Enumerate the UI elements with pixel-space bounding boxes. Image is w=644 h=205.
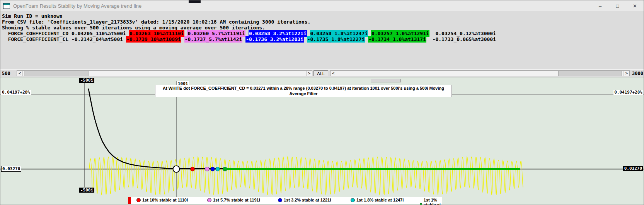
legend-dot-icon bbox=[420, 203, 422, 205]
left-scrollbar[interactable]: < > bbox=[17, 70, 312, 76]
legend-label: 1st 1.8% stable at 1247i bbox=[356, 198, 404, 202]
app-window: OpenFoam Results Stability by Moving Ave… bbox=[0, 0, 644, 205]
right-scrollbar-right-arrow-icon[interactable]: > bbox=[624, 71, 629, 76]
all-button[interactable]: ALL bbox=[313, 70, 328, 76]
upper-bound-right-label: 0.04197+28% bbox=[613, 90, 643, 95]
coefficient-initial-value: FORCE_COEFFICIENT_CD 0.04205_110%at500i bbox=[2, 31, 129, 36]
stability-description-line: Showing % stable values over 500 iterati… bbox=[2, 25, 642, 31]
background-window-fragment bbox=[189, 0, 201, 3]
window-controls: – □ ✕ bbox=[591, 0, 644, 11]
legend-label: 1st 10% stable at 1110i bbox=[142, 198, 188, 202]
stability-dot-1.8% bbox=[216, 167, 220, 171]
left-scrollbar-right-arrow-icon[interactable]: > bbox=[306, 71, 312, 76]
sim-run-id-line: Sim Run ID = unknown bbox=[2, 13, 642, 19]
window-title: OpenFoam Results Stability by Moving Ave… bbox=[13, 3, 141, 9]
coefficient-final-value: 0.03254_0.12%at3000i bbox=[433, 31, 496, 36]
upper-bound-left-label: 0.04197+28% bbox=[1, 90, 31, 95]
legend-item: 1st 5.7% stable at 1191i bbox=[207, 198, 260, 202]
legend-label: 1st 1% stable at 1291i bbox=[424, 198, 442, 205]
legend-item: 1st 3.2% stable at 1221i bbox=[278, 198, 331, 202]
close-button[interactable]: ✕ bbox=[626, 0, 644, 11]
scroll-row: 500 < > ALL < > 3000 bbox=[0, 69, 644, 77]
right-scrollbar-thumb[interactable] bbox=[558, 71, 622, 76]
cursor-white-dot bbox=[173, 166, 180, 173]
left-scrollbar-thumb[interactable] bbox=[24, 71, 89, 76]
mini-scroll-indicator bbox=[371, 79, 401, 82]
chart-area[interactable]: -500i -500i 1001 0.04197+28% 0.04197+28%… bbox=[0, 77, 644, 205]
range-end-label: 3000 bbox=[632, 71, 643, 76]
stability-dot-1% bbox=[223, 167, 227, 171]
stability-highlight: -0.1735_1.8%at1227i bbox=[307, 36, 365, 43]
moving-average-series bbox=[89, 89, 225, 169]
app-icon bbox=[3, 3, 10, 9]
stability-highlight: -0.1737_5.7%at1142i bbox=[184, 36, 243, 43]
coefficient-row: FORCE_COEFFICIENT_CL -0.2142_84%at500i -… bbox=[2, 36, 642, 42]
maximize-button[interactable]: □ bbox=[609, 0, 626, 11]
legend-label: 1st 5.7% stable at 1191i bbox=[213, 198, 260, 202]
legend-dot-icon bbox=[207, 198, 211, 202]
csv-file-line: From CSV file: 'Coefficients_1layer_2173… bbox=[2, 19, 642, 25]
range-start-label: 500 bbox=[2, 71, 10, 76]
stability-highlight: -0.1734_1.0%at1317i bbox=[368, 36, 426, 43]
legend-item: 1st 10% stable at 1110i bbox=[136, 198, 188, 202]
stability-highlight: -0.1736_3.2%at1203i bbox=[245, 36, 304, 43]
baseline-right-label: 0.03270 bbox=[623, 166, 643, 171]
minus-500i-top-label: -500i bbox=[79, 78, 94, 83]
legend-dot-icon bbox=[136, 198, 141, 202]
legend-red-block bbox=[128, 197, 131, 204]
raw-oscillation-series bbox=[89, 157, 523, 195]
stability-highlight: -0.1739_10%at1089i bbox=[126, 36, 181, 43]
coefficient-row: FORCE_COEFFICIENT_CD 0.04205_110%at500i … bbox=[2, 31, 642, 36]
stability-dot-10% bbox=[191, 167, 195, 171]
stability-dot-5.7% bbox=[205, 167, 210, 171]
titlebar[interactable]: OpenFoam Results Stability by Moving Ave… bbox=[0, 0, 644, 12]
legend-dot-icon bbox=[278, 198, 282, 202]
stability-dot-3.2% bbox=[211, 167, 215, 171]
coefficient-final-value: -0.1733_0.065%at3000i bbox=[429, 36, 496, 42]
minus-500i-bottom-label: -500i bbox=[79, 188, 94, 193]
legend-label: 1st 3.2% stable at 1221i bbox=[284, 198, 331, 202]
legend: 1st 10% stable at 1110i1st 5.7% stable a… bbox=[128, 197, 442, 204]
cursor-annotation: At WHITE dot FORCE_COEFFICIENT_CD = 0.03… bbox=[155, 85, 452, 97]
legend-item: 1st 1.8% stable at 1247i bbox=[351, 198, 404, 202]
left-scrollbar-left-arrow-icon[interactable]: < bbox=[17, 71, 23, 76]
right-scrollbar[interactable]: < > bbox=[330, 70, 630, 76]
legend-item: 1st 1% stable at 1291i bbox=[420, 198, 442, 205]
coefficient-initial-value: FORCE_COEFFICIENT_CL -0.2142_84%at500i bbox=[2, 36, 126, 42]
info-panel: Sim Run ID = unknown From CSV file: 'Coe… bbox=[0, 11, 644, 69]
baseline-left-label: 0.03270 bbox=[1, 166, 21, 172]
right-scrollbar-left-arrow-icon[interactable]: < bbox=[331, 71, 336, 76]
legend-dot-icon bbox=[351, 198, 355, 202]
minimize-button[interactable]: – bbox=[591, 0, 609, 11]
coefficient-rows: FORCE_COEFFICIENT_CD 0.04205_110%at500i … bbox=[2, 31, 642, 42]
